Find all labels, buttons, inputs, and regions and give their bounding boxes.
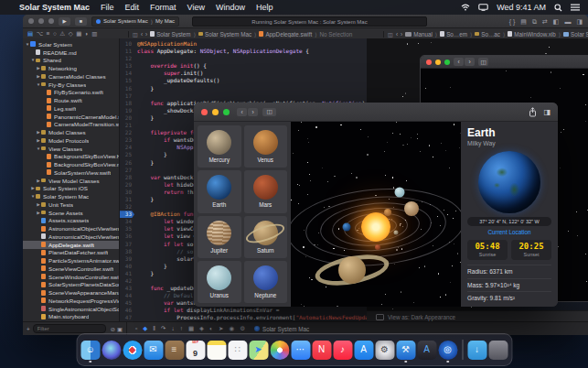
scene-jupiter[interactable] [404, 201, 419, 216]
messages-icon[interactable]: ⋯ [291, 341, 310, 360]
menu-item-view[interactable]: View [187, 3, 205, 12]
notification-center-icon[interactable] [571, 4, 580, 11]
breakpoints-enabled-icon[interactable]: ◆ [143, 326, 147, 332]
file-row[interactable]: ▶Model Classes [23, 128, 119, 136]
file-row[interactable]: ▶Networking [23, 64, 119, 72]
app-minimize-button[interactable] [212, 109, 219, 115]
planet-cell-jupiter[interactable]: Jupiter [198, 216, 241, 258]
photos-icon[interactable] [270, 341, 289, 360]
related-items-icon[interactable]: ◫ [133, 31, 138, 38]
file-row[interactable]: README.md [23, 49, 119, 57]
file-row[interactable]: CameraModelTransition.swift [23, 121, 119, 129]
spotlight-icon[interactable] [554, 4, 562, 12]
test-navigator-icon[interactable]: ◇ [69, 31, 73, 38]
notes-icon[interactable] [207, 341, 226, 360]
menu-item-file[interactable]: File [101, 3, 114, 12]
view-toggle-button[interactable]: ◫ [262, 108, 276, 116]
file-row[interactable]: ▶Scene Assets [23, 209, 119, 217]
planet-cell-mars[interactable]: Mars [244, 170, 288, 212]
jumpbar-back-button[interactable]: ‹ [396, 31, 398, 38]
file-row[interactable]: ▶Unit Tests [23, 200, 119, 209]
scene-mercury[interactable] [394, 231, 399, 235]
version-editor-icon[interactable]: ⇄ [542, 18, 548, 25]
inspector-toggle-button[interactable]: ◨ [543, 108, 551, 116]
reminders-icon[interactable]: ∷ [228, 341, 247, 360]
downloads-folder-icon[interactable]: ↓ [467, 341, 486, 360]
step-into-icon[interactable]: ↓ [171, 326, 174, 332]
breakpoint-navigator-icon[interactable]: ◗ [85, 31, 89, 38]
file-row[interactable]: ▶CameraModel Classes [23, 72, 119, 81]
screenshot-icon[interactable]: ◉ [230, 326, 235, 332]
debug-area-panel-icon[interactable]: ▬ [564, 18, 571, 25]
finder-icon[interactable]: ☺ [80, 341, 100, 360]
recent-files-filter-icon[interactable]: ⊘ [111, 326, 115, 332]
navigator-panel-icon[interactable]: ◧ [553, 18, 560, 25]
jumpbar-back-button[interactable]: ‹ [141, 31, 143, 38]
menu-item-edit[interactable]: Edit [125, 3, 140, 12]
planet-cell-mercury[interactable]: Mercury [198, 125, 241, 168]
xcode-zoom-button[interactable] [48, 18, 54, 24]
file-row[interactable]: BackgroundSkyBoxView.m [23, 160, 119, 168]
file-row[interactable]: ▼Solar System [23, 40, 119, 49]
trash-icon[interactable] [488, 341, 508, 360]
file-row[interactable]: Route.swift [23, 96, 119, 104]
find-navigator-icon[interactable]: ○ [53, 31, 57, 38]
file-row[interactable]: PanoramicCameraModel.swift [23, 113, 119, 121]
file-row[interactable]: Assets.xcassets [23, 217, 119, 225]
menu-item-help[interactable]: Help [256, 3, 273, 12]
source-control-navigator-icon[interactable]: ⌥ [37, 31, 44, 38]
file-row[interactable]: BackgroundSkyBoxView.h [23, 153, 119, 161]
wifi-icon[interactable] [461, 4, 470, 11]
environment-overrides-icon[interactable]: ◐ [209, 326, 213, 332]
symbol-navigator-icon[interactable]: ≡ [47, 31, 50, 38]
jumpbar-forward-button[interactable]: › [145, 31, 147, 38]
file-row[interactable]: ▶Model Protocols [23, 136, 119, 145]
breadcrumb-solar-system-mac[interactable]: Solar System Mac [198, 31, 251, 38]
file-row[interactable]: ▶Solar System iOS [23, 185, 119, 193]
breadcrumb-no-selection[interactable]: No Selection [320, 31, 353, 38]
breadcrumb-so-em[interactable]: So…em [440, 31, 467, 38]
scene-uranus[interactable] [395, 187, 405, 197]
inspector-panel-icon[interactable]: ◨ [576, 18, 583, 25]
back-button[interactable]: ‹ [237, 108, 247, 116]
contacts-icon[interactable]: ≡ [165, 341, 184, 360]
mail-icon[interactable]: ✉ [144, 341, 163, 360]
file-row[interactable]: ▼Solar System Mac [23, 192, 119, 200]
xcode-icon[interactable]: ⚒ [396, 341, 415, 360]
news-icon[interactable]: N [312, 341, 331, 360]
filter-input[interactable] [33, 324, 106, 333]
display-icon[interactable] [478, 4, 488, 11]
variables-view-icon[interactable]: ▫ [135, 326, 137, 332]
planet-cell-saturn[interactable]: Saturn [244, 216, 288, 258]
share-icon[interactable] [529, 107, 537, 117]
stop-button[interactable]: ■ [75, 17, 87, 26]
file-row[interactable]: ▶View Model Classes [23, 177, 119, 185]
code-snippet-icon[interactable]: { } [509, 18, 516, 25]
file-row[interactable]: Leg.swift [23, 104, 119, 113]
breakpoint-marker[interactable]: 33 [120, 211, 134, 218]
scene-sun[interactable] [361, 212, 390, 242]
step-out-icon[interactable]: ↑ [180, 326, 183, 332]
step-over-icon[interactable]: ↷ [161, 326, 166, 332]
planet-cell-neptune[interactable]: Neptune [244, 261, 288, 303]
file-row[interactable]: SceneViewAppearanceManager.swift [23, 288, 119, 297]
file-row[interactable]: PlanetDataFetcher.swift [23, 249, 119, 257]
calendar-icon[interactable]: 9 [186, 341, 205, 360]
siri-icon[interactable] [102, 341, 121, 360]
breadcrumb-solar-system[interactable]: Solar System [150, 31, 190, 38]
breadcrumb-appdelegate-swift[interactable]: AppDelegate.swift [259, 31, 312, 38]
file-row[interactable]: SolarSystemView.swift [23, 168, 119, 177]
pause-icon[interactable]: ‖ [153, 326, 155, 332]
solar-system-app-icon[interactable]: ◎ [438, 341, 457, 360]
file-row[interactable]: FlyByScenario.swift [23, 89, 119, 97]
file-row[interactable]: AstronomicalObjectViewItem.swift [23, 224, 119, 233]
scene-venus[interactable] [384, 209, 391, 216]
breadcrumb-mainwindow-xib[interactable]: MainWindow.xib [508, 31, 556, 38]
forward-button[interactable]: › [248, 108, 258, 116]
scene-mars[interactable] [375, 244, 380, 250]
view-hierarchy-icon[interactable]: ▦ [188, 326, 194, 332]
file-row[interactable]: ▼View Classes [23, 145, 119, 153]
simulator-icon[interactable]: A [417, 341, 436, 360]
debug-settings-icon[interactable]: ⚙ [240, 326, 245, 332]
menu-item-format[interactable]: Format [150, 3, 176, 12]
